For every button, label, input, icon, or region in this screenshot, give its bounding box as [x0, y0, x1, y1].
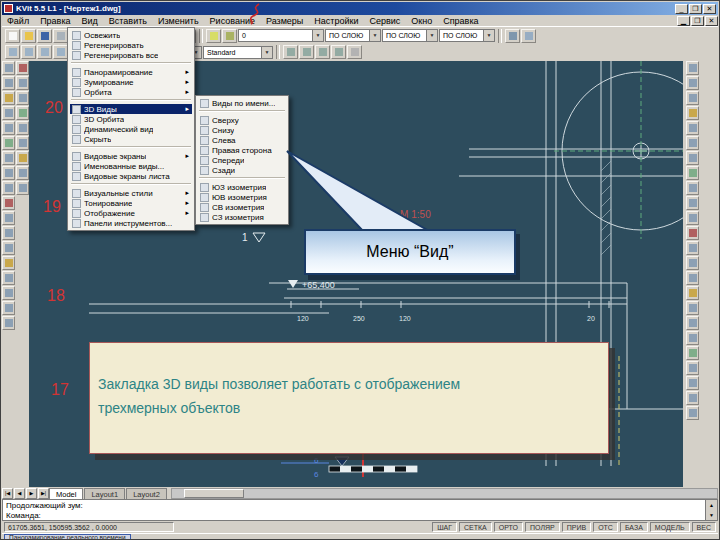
- break-button[interactable]: [686, 331, 699, 345]
- minimize-button[interactable]: _: [675, 4, 688, 14]
- extend-button[interactable]: [686, 316, 699, 330]
- status-toggle[interactable]: СЕТКА: [459, 522, 492, 532]
- menubar-item[interactable]: Сервис: [364, 15, 405, 27]
- menu-item[interactable]: 3D Виды: [70, 104, 192, 114]
- erase-tool[interactable]: [16, 61, 29, 75]
- color-combo[interactable]: ПО СЛОЮ: [325, 29, 381, 42]
- menu-item[interactable]: Динамический вид: [70, 124, 192, 134]
- help-button[interactable]: [347, 45, 362, 59]
- dim-linear-button[interactable]: [686, 61, 699, 75]
- polyline-tool[interactable]: [2, 91, 15, 105]
- multiline-text-tool[interactable]: [2, 286, 15, 300]
- menu-item[interactable]: 3D Орбита: [70, 114, 192, 124]
- dim-diameter-button[interactable]: [686, 121, 699, 135]
- scroll-down-icon[interactable]: [706, 510, 717, 520]
- ellipse-tool[interactable]: [2, 196, 15, 210]
- pan-button[interactable]: [5, 45, 20, 59]
- dim-ordinate-button[interactable]: [686, 91, 699, 105]
- tab-nav-button[interactable]: ▶: [26, 488, 37, 499]
- submenu-item[interactable]: Правая сторона: [198, 145, 286, 155]
- menu-item[interactable]: Именованные виды...: [70, 161, 192, 171]
- open-file-button[interactable]: [21, 29, 36, 43]
- submenu-item[interactable]: СЗ изометрия: [198, 212, 286, 222]
- status-toggle[interactable]: ПРИВ: [562, 522, 591, 532]
- tab-nav-button[interactable]: |◀: [2, 488, 13, 499]
- copy-object-tool[interactable]: [16, 76, 29, 90]
- offset-tool[interactable]: [16, 106, 29, 120]
- menu-item[interactable]: Зумирование: [70, 77, 192, 87]
- polygon-tool[interactable]: [2, 106, 15, 120]
- status-toggle[interactable]: МОДЕЛЬ: [650, 522, 690, 532]
- circle-tool[interactable]: [2, 151, 15, 165]
- menu-item[interactable]: Видовые экраны: [70, 151, 192, 161]
- horizontal-scrollbar[interactable]: [171, 488, 718, 499]
- arc-tool[interactable]: [2, 136, 15, 150]
- menubar-item[interactable]: Файл: [2, 15, 34, 27]
- stretch-tool[interactable]: [16, 181, 29, 195]
- locate-point-button[interactable]: [331, 45, 346, 59]
- menu-item[interactable]: Отображение: [70, 208, 192, 218]
- menubar-item[interactable]: Настройки: [309, 15, 363, 27]
- point-tool[interactable]: [2, 241, 15, 255]
- scale-tool[interactable]: [16, 166, 29, 180]
- child-minimize-button[interactable]: ▁: [677, 16, 690, 26]
- menubar-item[interactable]: Правка: [35, 15, 75, 27]
- quick-dim-button[interactable]: [686, 151, 699, 165]
- menubar-item[interactable]: Изменить: [153, 15, 204, 27]
- print-button[interactable]: [53, 29, 68, 43]
- menu-item[interactable]: Регенерировать: [70, 40, 192, 50]
- make-block-tool[interactable]: [2, 226, 15, 240]
- dim-baseline-button[interactable]: [686, 166, 699, 180]
- dim-aligned-tool[interactable]: [2, 316, 15, 330]
- command-line[interactable]: Продолжающий зум:Команда:: [2, 499, 718, 521]
- close-button[interactable]: ✕: [703, 4, 716, 14]
- layers-button[interactable]: [206, 29, 221, 43]
- trim-button[interactable]: [686, 301, 699, 315]
- submenu-item[interactable]: Слева: [198, 135, 286, 145]
- dim-edit-button[interactable]: [686, 241, 699, 255]
- lineweight-combo[interactable]: ПО СЛОЮ: [439, 29, 495, 42]
- designcenter-button[interactable]: [521, 29, 536, 43]
- menu-item[interactable]: Регенерировать все: [70, 50, 192, 60]
- layout-tab[interactable]: Layout1: [84, 488, 125, 499]
- dim-style-button[interactable]: [686, 286, 699, 300]
- zoom-previous-button[interactable]: [53, 45, 68, 59]
- zoom-window-button[interactable]: [37, 45, 52, 59]
- submenu-item[interactable]: ЮЗ изометрия: [198, 182, 286, 192]
- submenu-item[interactable]: Сверху: [198, 115, 286, 125]
- layout-tab[interactable]: Model: [49, 488, 83, 499]
- submenu-item[interactable]: Виды по имени...: [198, 98, 286, 108]
- submenu-item[interactable]: СВ изометрия: [198, 202, 286, 212]
- dim-style-combo[interactable]: Standard: [203, 46, 273, 59]
- status-toggle[interactable]: ОТС: [593, 522, 618, 532]
- status-toggle[interactable]: БАЗА: [620, 522, 648, 532]
- hatch-tool[interactable]: [2, 256, 15, 270]
- dim-update-button[interactable]: [686, 271, 699, 285]
- layer-previous-button[interactable]: [222, 29, 237, 43]
- scrollbar-thumb[interactable]: [184, 489, 244, 498]
- list-button[interactable]: [315, 45, 330, 59]
- mirror-tool[interactable]: [16, 91, 29, 105]
- dim-linear-tool[interactable]: [2, 301, 15, 315]
- command-scrollbar[interactable]: [705, 500, 717, 520]
- distance-button[interactable]: [283, 45, 298, 59]
- properties-button[interactable]: [505, 29, 520, 43]
- menubar-item[interactable]: Окно: [406, 15, 437, 27]
- chevron-down-icon[interactable]: [426, 30, 437, 41]
- menu-item[interactable]: Скрыть: [70, 134, 192, 144]
- tab-nav-button[interactable]: ◀: [14, 488, 25, 499]
- dim-radius-button[interactable]: [686, 106, 699, 120]
- status-toggle[interactable]: ШАГ: [432, 522, 457, 532]
- child-restore-button[interactable]: ❐: [691, 16, 704, 26]
- dim-angular-button[interactable]: [686, 136, 699, 150]
- submenu-item[interactable]: Снизу: [198, 125, 286, 135]
- revision-cloud-tool[interactable]: [2, 166, 15, 180]
- dim-text-edit-button[interactable]: [686, 256, 699, 270]
- dim-aligned-button[interactable]: [686, 76, 699, 90]
- maximize-button[interactable]: ❐: [689, 4, 702, 14]
- menu-item[interactable]: Видовые экраны листа: [70, 171, 192, 181]
- tolerance-button[interactable]: [686, 211, 699, 225]
- submenu-item[interactable]: Сзади: [198, 165, 286, 175]
- menu-item[interactable]: Панели инструментов...: [70, 218, 192, 228]
- tab-nav-button[interactable]: ▶|: [38, 488, 49, 499]
